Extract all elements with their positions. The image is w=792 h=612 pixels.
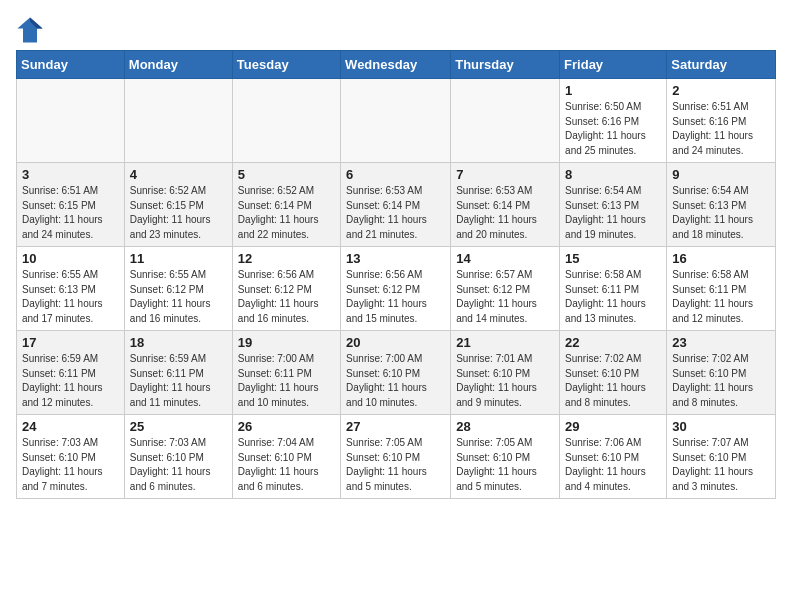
day-number: 22 (565, 335, 661, 350)
calendar-table: SundayMondayTuesdayWednesdayThursdayFrid… (16, 50, 776, 499)
calendar-cell: 6Sunrise: 6:53 AM Sunset: 6:14 PM Daylig… (341, 163, 451, 247)
day-number: 17 (22, 335, 119, 350)
calendar-cell: 12Sunrise: 6:56 AM Sunset: 6:12 PM Dayli… (232, 247, 340, 331)
day-number: 27 (346, 419, 445, 434)
day-number: 18 (130, 335, 227, 350)
calendar-cell: 25Sunrise: 7:03 AM Sunset: 6:10 PM Dayli… (124, 415, 232, 499)
calendar-header-friday: Friday (560, 51, 667, 79)
day-number: 23 (672, 335, 770, 350)
cell-info: Sunrise: 6:59 AM Sunset: 6:11 PM Dayligh… (22, 352, 119, 410)
calendar-week-2: 3Sunrise: 6:51 AM Sunset: 6:15 PM Daylig… (17, 163, 776, 247)
calendar-cell: 5Sunrise: 6:52 AM Sunset: 6:14 PM Daylig… (232, 163, 340, 247)
cell-info: Sunrise: 6:53 AM Sunset: 6:14 PM Dayligh… (346, 184, 445, 242)
calendar-cell: 29Sunrise: 7:06 AM Sunset: 6:10 PM Dayli… (560, 415, 667, 499)
cell-info: Sunrise: 7:02 AM Sunset: 6:10 PM Dayligh… (565, 352, 661, 410)
day-number: 24 (22, 419, 119, 434)
cell-info: Sunrise: 6:56 AM Sunset: 6:12 PM Dayligh… (346, 268, 445, 326)
calendar-cell: 19Sunrise: 7:00 AM Sunset: 6:11 PM Dayli… (232, 331, 340, 415)
calendar-header-saturday: Saturday (667, 51, 776, 79)
calendar-cell: 18Sunrise: 6:59 AM Sunset: 6:11 PM Dayli… (124, 331, 232, 415)
cell-info: Sunrise: 7:07 AM Sunset: 6:10 PM Dayligh… (672, 436, 770, 494)
calendar-header-row: SundayMondayTuesdayWednesdayThursdayFrid… (17, 51, 776, 79)
calendar-cell: 22Sunrise: 7:02 AM Sunset: 6:10 PM Dayli… (560, 331, 667, 415)
calendar-cell: 15Sunrise: 6:58 AM Sunset: 6:11 PM Dayli… (560, 247, 667, 331)
day-number: 2 (672, 83, 770, 98)
header (16, 16, 776, 44)
logo (16, 20, 46, 44)
calendar-cell: 10Sunrise: 6:55 AM Sunset: 6:13 PM Dayli… (17, 247, 125, 331)
cell-info: Sunrise: 6:59 AM Sunset: 6:11 PM Dayligh… (130, 352, 227, 410)
cell-info: Sunrise: 7:02 AM Sunset: 6:10 PM Dayligh… (672, 352, 770, 410)
calendar-cell: 13Sunrise: 6:56 AM Sunset: 6:12 PM Dayli… (341, 247, 451, 331)
calendar-cell (232, 79, 340, 163)
day-number: 16 (672, 251, 770, 266)
day-number: 26 (238, 419, 335, 434)
calendar-cell: 27Sunrise: 7:05 AM Sunset: 6:10 PM Dayli… (341, 415, 451, 499)
calendar-cell: 23Sunrise: 7:02 AM Sunset: 6:10 PM Dayli… (667, 331, 776, 415)
cell-info: Sunrise: 7:03 AM Sunset: 6:10 PM Dayligh… (22, 436, 119, 494)
day-number: 8 (565, 167, 661, 182)
calendar-week-4: 17Sunrise: 6:59 AM Sunset: 6:11 PM Dayli… (17, 331, 776, 415)
cell-info: Sunrise: 6:53 AM Sunset: 6:14 PM Dayligh… (456, 184, 554, 242)
calendar-cell (124, 79, 232, 163)
day-number: 13 (346, 251, 445, 266)
calendar-cell: 16Sunrise: 6:58 AM Sunset: 6:11 PM Dayli… (667, 247, 776, 331)
day-number: 4 (130, 167, 227, 182)
day-number: 11 (130, 251, 227, 266)
calendar-cell: 4Sunrise: 6:52 AM Sunset: 6:15 PM Daylig… (124, 163, 232, 247)
calendar-cell: 21Sunrise: 7:01 AM Sunset: 6:10 PM Dayli… (451, 331, 560, 415)
day-number: 20 (346, 335, 445, 350)
calendar-cell (341, 79, 451, 163)
cell-info: Sunrise: 7:05 AM Sunset: 6:10 PM Dayligh… (456, 436, 554, 494)
day-number: 14 (456, 251, 554, 266)
calendar-cell: 24Sunrise: 7:03 AM Sunset: 6:10 PM Dayli… (17, 415, 125, 499)
calendar-header-sunday: Sunday (17, 51, 125, 79)
calendar-cell: 14Sunrise: 6:57 AM Sunset: 6:12 PM Dayli… (451, 247, 560, 331)
calendar-cell: 3Sunrise: 6:51 AM Sunset: 6:15 PM Daylig… (17, 163, 125, 247)
cell-info: Sunrise: 7:01 AM Sunset: 6:10 PM Dayligh… (456, 352, 554, 410)
calendar-cell: 20Sunrise: 7:00 AM Sunset: 6:10 PM Dayli… (341, 331, 451, 415)
cell-info: Sunrise: 6:50 AM Sunset: 6:16 PM Dayligh… (565, 100, 661, 158)
calendar-cell: 8Sunrise: 6:54 AM Sunset: 6:13 PM Daylig… (560, 163, 667, 247)
cell-info: Sunrise: 6:54 AM Sunset: 6:13 PM Dayligh… (565, 184, 661, 242)
calendar-cell (17, 79, 125, 163)
day-number: 3 (22, 167, 119, 182)
calendar-week-5: 24Sunrise: 7:03 AM Sunset: 6:10 PM Dayli… (17, 415, 776, 499)
cell-info: Sunrise: 6:51 AM Sunset: 6:15 PM Dayligh… (22, 184, 119, 242)
calendar-cell: 17Sunrise: 6:59 AM Sunset: 6:11 PM Dayli… (17, 331, 125, 415)
calendar-cell: 7Sunrise: 6:53 AM Sunset: 6:14 PM Daylig… (451, 163, 560, 247)
day-number: 29 (565, 419, 661, 434)
cell-info: Sunrise: 6:52 AM Sunset: 6:14 PM Dayligh… (238, 184, 335, 242)
calendar-week-1: 1Sunrise: 6:50 AM Sunset: 6:16 PM Daylig… (17, 79, 776, 163)
calendar-cell: 30Sunrise: 7:07 AM Sunset: 6:10 PM Dayli… (667, 415, 776, 499)
cell-info: Sunrise: 7:00 AM Sunset: 6:10 PM Dayligh… (346, 352, 445, 410)
day-number: 5 (238, 167, 335, 182)
cell-info: Sunrise: 6:58 AM Sunset: 6:11 PM Dayligh… (565, 268, 661, 326)
day-number: 7 (456, 167, 554, 182)
cell-info: Sunrise: 7:06 AM Sunset: 6:10 PM Dayligh… (565, 436, 661, 494)
cell-info: Sunrise: 7:00 AM Sunset: 6:11 PM Dayligh… (238, 352, 335, 410)
cell-info: Sunrise: 6:54 AM Sunset: 6:13 PM Dayligh… (672, 184, 770, 242)
day-number: 9 (672, 167, 770, 182)
day-number: 19 (238, 335, 335, 350)
page: SundayMondayTuesdayWednesdayThursdayFrid… (0, 0, 792, 509)
cell-info: Sunrise: 6:58 AM Sunset: 6:11 PM Dayligh… (672, 268, 770, 326)
cell-info: Sunrise: 6:51 AM Sunset: 6:16 PM Dayligh… (672, 100, 770, 158)
day-number: 1 (565, 83, 661, 98)
day-number: 10 (22, 251, 119, 266)
day-number: 6 (346, 167, 445, 182)
calendar-header-monday: Monday (124, 51, 232, 79)
day-number: 15 (565, 251, 661, 266)
calendar-cell: 26Sunrise: 7:04 AM Sunset: 6:10 PM Dayli… (232, 415, 340, 499)
cell-info: Sunrise: 7:04 AM Sunset: 6:10 PM Dayligh… (238, 436, 335, 494)
calendar-cell: 1Sunrise: 6:50 AM Sunset: 6:16 PM Daylig… (560, 79, 667, 163)
calendar-cell (451, 79, 560, 163)
day-number: 25 (130, 419, 227, 434)
cell-info: Sunrise: 7:03 AM Sunset: 6:10 PM Dayligh… (130, 436, 227, 494)
cell-info: Sunrise: 6:55 AM Sunset: 6:12 PM Dayligh… (130, 268, 227, 326)
calendar-header-tuesday: Tuesday (232, 51, 340, 79)
logo-icon (16, 16, 44, 44)
calendar-cell: 11Sunrise: 6:55 AM Sunset: 6:12 PM Dayli… (124, 247, 232, 331)
cell-info: Sunrise: 7:05 AM Sunset: 6:10 PM Dayligh… (346, 436, 445, 494)
day-number: 12 (238, 251, 335, 266)
